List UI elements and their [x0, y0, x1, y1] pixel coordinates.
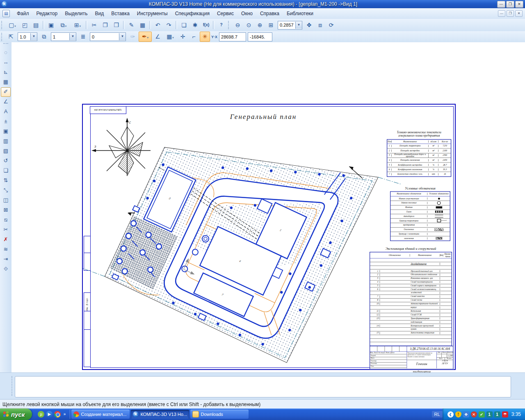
media-player-icon[interactable]: ▶ [46, 411, 52, 418]
save-button[interactable]: ▤ [31, 20, 41, 30]
chevron-down-icon[interactable]: ▼ [119, 33, 126, 40]
clock[interactable]: 3:35 [511, 411, 521, 417]
sheets-icon[interactable]: ≣ [78, 32, 88, 42]
chevron-down-icon[interactable]: ▼ [295, 22, 302, 29]
pen-mode-button[interactable]: ✒ [139, 32, 152, 42]
menu-help[interactable]: Справка [256, 9, 283, 18]
local-frame-button[interactable]: ✑ [128, 32, 138, 42]
avira-icon[interactable]: ☂ [502, 411, 508, 418]
tool-trim[interactable]: ✂ [1, 225, 11, 235]
tool-grid[interactable]: ▦ [1, 78, 11, 87]
chrome-icon[interactable] [54, 411, 61, 418]
drawing-canvas[interactable]: З.ДК.270106.65.13.00.14.АС.004 Инв. № по… [11, 42, 525, 372]
menu-window[interactable]: Окно [237, 9, 256, 18]
tool-measure[interactable]: ↔ [1, 58, 11, 67]
document-manager-button[interactable]: ✱ [190, 20, 200, 30]
tool-curve[interactable]: ◌ [1, 48, 11, 57]
sep[interactable] [43, 21, 44, 30]
pan-button[interactable]: ✥ [304, 20, 314, 30]
overflow-chevron[interactable]: » [62, 411, 66, 418]
zoom-selected-button[interactable]: ⊙ [244, 20, 254, 30]
menu-view[interactable]: Вид [91, 9, 108, 18]
tool-scale[interactable]: ⤡ [1, 186, 11, 195]
window-manager-button[interactable]: ❏ [179, 20, 189, 30]
close-button[interactable]: ✕ [515, 1, 523, 8]
document-icon[interactable]: ▤ [2, 10, 10, 17]
menu-select[interactable]: Выделить [61, 9, 91, 18]
security-alert-icon[interactable]: ! [455, 411, 461, 418]
tool-tolerance[interactable]: ± [1, 117, 11, 126]
tool-point[interactable]: ⊾ [1, 68, 11, 77]
tool-copy[interactable]: ❏ [1, 166, 11, 176]
utorrent-icon[interactable]: µ [38, 411, 44, 418]
preview-button[interactable]: ⧉ [57, 20, 70, 30]
context-help-button[interactable]: ? [216, 20, 226, 30]
task-browser[interactable]: Создание материал... [71, 410, 130, 419]
frame-button[interactable]: ⊞ [71, 20, 84, 30]
copy-properties-button[interactable]: ✎ [126, 20, 137, 30]
toolbar-grip[interactable] [1, 21, 4, 29]
menu-editor[interactable]: Редактор [33, 9, 62, 18]
toolbar-grip[interactable] [228, 21, 231, 29]
start-button[interactable]: пуск [0, 409, 32, 420]
toolbar-grip[interactable] [1, 33, 4, 41]
sep[interactable] [149, 21, 151, 30]
chevron-down-icon[interactable]: ▼ [69, 33, 76, 40]
menu-tools[interactable]: Инструменты [133, 9, 171, 18]
zoom-out-button[interactable]: ⊖ [233, 20, 243, 30]
copy-button[interactable]: ❐ [100, 20, 110, 30]
antivirus-alert-icon[interactable]: ✕ [471, 411, 477, 418]
print-button[interactable]: ▣ [46, 20, 56, 30]
coord-y-field[interactable]: -16845. [248, 32, 272, 41]
snaps-button[interactable]: ✳ [200, 32, 210, 42]
tool-draw[interactable]: ✐ [1, 87, 11, 97]
paste-button[interactable]: ❒ [111, 20, 121, 30]
fx-button[interactable]: f(x) [201, 20, 211, 30]
zoom-combobox[interactable]: 0.2857 ▼ [278, 21, 302, 30]
scale-combobox[interactable]: 1.0▼ [18, 32, 37, 41]
tool-shift[interactable]: ⇥ [1, 255, 11, 264]
tool-move[interactable]: ⇅ [1, 176, 11, 185]
task-kompas[interactable]: K КОМПАС-3D V13 Но... [131, 410, 189, 419]
mdi-restore-button[interactable]: ❐ [507, 10, 514, 17]
tool-waves[interactable]: ≋ [1, 245, 11, 254]
tool-snap[interactable]: ⟐ [1, 265, 11, 274]
tool-text[interactable]: A [1, 107, 11, 116]
spreadsheet-button[interactable]: ▦ [137, 20, 148, 30]
language-indicator[interactable]: RL [432, 411, 443, 418]
tool-perpendicular[interactable]: ∠ [1, 97, 11, 107]
tool-picture[interactable]: ▧ [1, 146, 11, 156]
local-cs-button[interactable]: ✛ [178, 32, 188, 42]
menu-specification[interactable]: Спецификация [171, 9, 213, 18]
angle-snap-button[interactable]: ∠ [153, 32, 163, 42]
tool-hatch[interactable]: ⧅ [1, 215, 11, 225]
sep[interactable] [213, 21, 215, 30]
sep[interactable] [86, 21, 87, 30]
menu-file[interactable]: Файл [13, 9, 33, 18]
menu-service[interactable]: Сервис [213, 9, 237, 18]
rotate-view-button[interactable]: ⧈ [315, 20, 325, 30]
indicator-1-icon[interactable]: 1 [486, 411, 493, 418]
redo-button[interactable]: ↷ [164, 20, 174, 30]
windows-update-icon[interactable]: ❖ [463, 411, 469, 418]
ortho-button[interactable]: ⌐ [189, 32, 199, 42]
zoom-in-button[interactable]: ⊞ [266, 20, 276, 30]
restore-button[interactable]: ❐ [506, 1, 514, 8]
open-button[interactable]: ◰ [20, 20, 30, 30]
sep[interactable] [123, 21, 125, 30]
zoom-area-button[interactable]: ⊕ [255, 20, 265, 30]
mdi-close-button[interactable]: ✕ [515, 10, 523, 17]
cut-button[interactable]: ✂ [89, 20, 99, 30]
grid-button[interactable]: ▦ [164, 32, 177, 42]
sep[interactable] [176, 21, 177, 30]
mdi-minimize-button[interactable]: — [498, 10, 505, 17]
new-document-button[interactable]: ▢ [6, 20, 19, 30]
panel-grip[interactable] [11, 376, 12, 396]
safety-check-icon[interactable]: ✔ [479, 411, 485, 418]
tool-deform[interactable]: ⊠ [1, 205, 11, 215]
refresh-view-button[interactable]: ⟳ [326, 20, 336, 30]
kompas-app-icon[interactable]: K [2, 1, 7, 7]
minimize-button[interactable]: — [497, 1, 505, 8]
layer-combobox[interactable]: 0▼ [90, 32, 126, 41]
task-downloads[interactable]: Downloads [190, 410, 249, 419]
